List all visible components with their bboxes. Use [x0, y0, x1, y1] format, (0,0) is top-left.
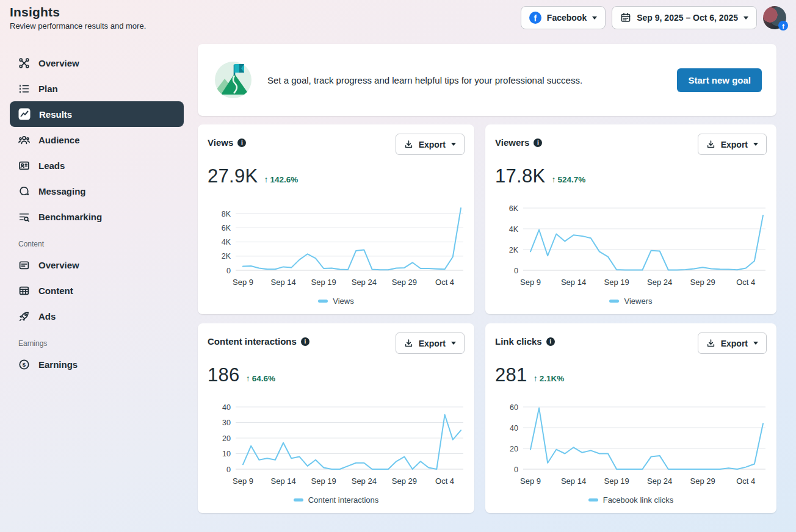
- metric-cards-grid: Views Export 27.9K ↑ 142.6%: [198, 124, 776, 513]
- metric-value: 17.8K: [495, 165, 546, 187]
- link-clicks-card: Link clicks Export 281 ↑ 2.1K%: [485, 323, 776, 513]
- sidebar-item-label: Messaging: [38, 186, 86, 196]
- chart-legend: Facebook link clicks: [495, 495, 767, 505]
- svg-text:6K: 6K: [509, 204, 519, 213]
- sidebar-item-results[interactable]: Results: [10, 101, 184, 127]
- legend-swatch: [609, 300, 619, 303]
- chevron-down-icon: [451, 143, 456, 146]
- platform-selector-button[interactable]: Facebook: [521, 6, 606, 29]
- svg-text:Oct 4: Oct 4: [435, 476, 454, 486]
- svg-text:0: 0: [226, 466, 231, 474]
- chevron-down-icon: [744, 16, 748, 20]
- svg-text:Sep 14: Sep 14: [271, 476, 296, 486]
- sidebar-item-content-overview[interactable]: Overview: [10, 252, 184, 278]
- svg-text:Oct 4: Oct 4: [736, 278, 755, 287]
- info-icon[interactable]: [237, 138, 246, 147]
- earnings-dollar-icon: $: [18, 359, 30, 370]
- sidebar-item-content[interactable]: Content: [10, 278, 184, 303]
- content-interactions-card: Content interactions Export 186 ↑ 64.6%: [198, 323, 474, 513]
- svg-text:Sep 9: Sep 9: [520, 476, 541, 486]
- sidebar-item-overview[interactable]: Overview: [10, 50, 184, 76]
- sidebar-item-label: Ads: [38, 311, 56, 322]
- svg-text:30: 30: [222, 419, 231, 427]
- metric-delta: ↑ 64.6%: [246, 373, 275, 383]
- card-title: Content interactions: [208, 336, 297, 347]
- facebook-badge-icon: [778, 21, 788, 31]
- sidebar-item-audience[interactable]: Audience: [10, 127, 184, 153]
- svg-text:4K: 4K: [222, 238, 231, 246]
- link-clicks-chart: 0204060Sep 9Sep 14Sep 19Sep 24Sep 29Oct …: [495, 401, 767, 491]
- svg-text:4K: 4K: [509, 225, 519, 234]
- svg-text:Sep 24: Sep 24: [647, 278, 672, 287]
- legend-label: Facebook link clicks: [603, 495, 674, 505]
- overview-icon: [18, 57, 30, 69]
- chart-legend: Viewers: [495, 297, 767, 306]
- viewers-card: Viewers Export 17.8K ↑ 524.7%: [485, 124, 776, 314]
- svg-text:0: 0: [514, 267, 518, 275]
- leads-icon: [18, 160, 30, 171]
- goal-banner-text: Set a goal, track progress and learn hel…: [267, 75, 662, 85]
- svg-text:Sep 14: Sep 14: [561, 476, 586, 486]
- export-label: Export: [419, 140, 446, 149]
- svg-text:Sep 29: Sep 29: [690, 476, 715, 486]
- legend-swatch: [294, 498, 303, 501]
- export-label: Export: [721, 339, 748, 348]
- export-label: Export: [721, 140, 748, 149]
- chevron-down-icon: [592, 16, 597, 20]
- svg-text:Oct 4: Oct 4: [736, 476, 755, 486]
- svg-text:Sep 19: Sep 19: [604, 278, 629, 287]
- sidebar-item-ads[interactable]: Ads: [10, 303, 184, 329]
- profile-avatar[interactable]: [763, 6, 786, 29]
- svg-text:Sep 14: Sep 14: [561, 278, 586, 287]
- svg-text:Sep 24: Sep 24: [647, 476, 672, 486]
- up-arrow-icon: ↑: [246, 373, 250, 383]
- content-grid-icon: [18, 285, 30, 297]
- goal-mountain-flag-icon: [214, 60, 253, 99]
- start-new-goal-button[interactable]: Start new goal: [677, 68, 762, 92]
- export-button[interactable]: Export: [698, 332, 767, 354]
- viewers-chart: 02K4K6KSep 9Sep 14Sep 19Sep 24Sep 29Oct …: [495, 202, 767, 292]
- export-button[interactable]: Export: [396, 134, 465, 155]
- metric-delta-value: 524.7%: [558, 175, 586, 184]
- chevron-down-icon: [753, 342, 758, 345]
- info-icon[interactable]: [301, 337, 309, 346]
- export-button[interactable]: Export: [396, 332, 465, 354]
- svg-text:20: 20: [510, 445, 518, 453]
- info-icon[interactable]: [546, 337, 555, 346]
- svg-text:Sep 9: Sep 9: [233, 278, 253, 287]
- date-range-button[interactable]: Sep 9, 2025 – Oct 6, 2025: [612, 6, 757, 29]
- sidebar-item-label: Benchmarking: [38, 212, 102, 222]
- metric-delta-value: 64.6%: [252, 374, 275, 383]
- up-arrow-icon: ↑: [534, 373, 538, 383]
- svg-text:Sep 19: Sep 19: [311, 476, 336, 486]
- sidebar-item-benchmarking[interactable]: Benchmarking: [10, 204, 184, 229]
- metric-delta: ↑ 142.6%: [264, 174, 298, 184]
- export-button[interactable]: Export: [698, 134, 767, 155]
- svg-text:Sep 9: Sep 9: [233, 476, 253, 486]
- svg-text:Oct 4: Oct 4: [435, 278, 454, 287]
- chart-legend: Content interactions: [208, 495, 465, 505]
- messaging-icon: [18, 185, 30, 197]
- sidebar-section-content: Content: [18, 240, 184, 248]
- sidebar-item-plan[interactable]: Plan: [10, 76, 184, 101]
- svg-text:40: 40: [222, 403, 231, 412]
- svg-text:2K: 2K: [222, 252, 231, 261]
- ads-rocket-icon: [18, 311, 30, 322]
- sidebar-item-earnings[interactable]: $ Earnings: [10, 351, 184, 377]
- svg-text:40: 40: [510, 424, 518, 433]
- sidebar-item-label: Overview: [38, 58, 79, 68]
- benchmarking-icon: [18, 211, 30, 223]
- sidebar-item-leads[interactable]: Leads: [10, 153, 184, 178]
- main-content: Set a goal, track progress and learn hel…: [198, 44, 776, 513]
- info-icon[interactable]: [534, 138, 542, 147]
- download-icon: [404, 339, 413, 348]
- chart-legend: Views: [208, 297, 465, 306]
- content-overview-icon: [18, 259, 30, 271]
- metric-delta-value: 142.6%: [270, 175, 298, 184]
- download-icon: [404, 140, 413, 149]
- svg-text:Sep 29: Sep 29: [392, 476, 417, 486]
- sidebar-item-label: Audience: [38, 135, 80, 145]
- download-icon: [706, 339, 715, 348]
- sidebar-item-messaging[interactable]: Messaging: [10, 178, 184, 204]
- svg-text:Sep 29: Sep 29: [690, 278, 715, 287]
